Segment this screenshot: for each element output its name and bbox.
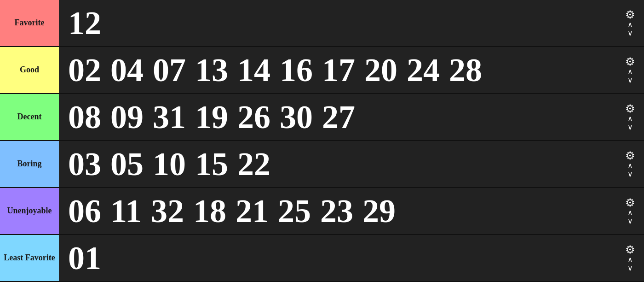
tier-row-least-favorite: Least Favorite01⚙∧∨ xyxy=(0,235,644,282)
tier-item-favorite-0[interactable]: 12 xyxy=(64,6,105,40)
tier-item-unenjoyable-3[interactable]: 18 xyxy=(190,194,230,228)
tier-item-good-2[interactable]: 07 xyxy=(149,53,190,87)
arrow-up-unenjoyable[interactable]: ∧ xyxy=(627,209,633,217)
tier-row-favorite: Favorite12⚙∧∨ xyxy=(0,0,644,47)
gear-icon-favorite[interactable]: ⚙ xyxy=(625,9,635,20)
tier-item-least-favorite-0[interactable]: 01 xyxy=(64,241,105,275)
gear-icon-good[interactable]: ⚙ xyxy=(625,56,635,67)
tier-item-boring-3[interactable]: 15 xyxy=(191,147,232,181)
tier-label-favorite: Favorite xyxy=(0,0,59,46)
arrow-down-boring[interactable]: ∨ xyxy=(627,170,633,178)
tier-row-good: Good02040713141617202428⚙∧∨ xyxy=(0,47,644,94)
tier-item-good-8[interactable]: 24 xyxy=(403,53,443,87)
gear-icon-decent[interactable]: ⚙ xyxy=(625,103,635,114)
tier-item-boring-0[interactable]: 03 xyxy=(64,147,105,181)
tier-item-boring-1[interactable]: 05 xyxy=(107,147,147,181)
tier-item-unenjoyable-6[interactable]: 23 xyxy=(316,194,357,228)
tier-item-decent-3[interactable]: 19 xyxy=(191,100,232,134)
gear-icon-unenjoyable[interactable]: ⚙ xyxy=(625,197,635,208)
tier-item-unenjoyable-4[interactable]: 21 xyxy=(232,194,272,228)
arrow-down-unenjoyable[interactable]: ∨ xyxy=(627,217,633,225)
tier-item-decent-6[interactable]: 27 xyxy=(318,100,359,134)
tier-label-decent: Decent xyxy=(0,94,59,140)
tier-item-good-5[interactable]: 16 xyxy=(276,53,316,87)
tier-item-good-9[interactable]: 28 xyxy=(445,53,486,87)
arrow-up-boring[interactable]: ∧ xyxy=(627,162,633,170)
tier-item-good-1[interactable]: 04 xyxy=(107,53,147,87)
arrow-up-least-favorite[interactable]: ∧ xyxy=(627,256,633,264)
tier-items-favorite: 12 xyxy=(59,0,616,46)
tier-item-unenjoyable-0[interactable]: 06 xyxy=(64,194,105,228)
tier-item-boring-2[interactable]: 10 xyxy=(149,147,190,181)
tier-item-decent-2[interactable]: 31 xyxy=(149,100,190,134)
arrow-down-least-favorite[interactable]: ∨ xyxy=(627,264,633,272)
tier-items-boring: 0305101522 xyxy=(59,141,616,187)
tier-controls-decent: ⚙∧∨ xyxy=(616,94,644,140)
gear-icon-least-favorite[interactable]: ⚙ xyxy=(625,244,635,255)
tier-item-unenjoyable-2[interactable]: 32 xyxy=(147,194,188,228)
tier-controls-good: ⚙∧∨ xyxy=(616,47,644,93)
arrow-down-good[interactable]: ∨ xyxy=(627,76,633,84)
tier-label-good: Good xyxy=(0,47,59,93)
arrow-down-favorite[interactable]: ∨ xyxy=(627,29,633,37)
tier-label-boring: Boring xyxy=(0,141,59,187)
arrow-down-decent[interactable]: ∨ xyxy=(627,123,633,131)
tier-items-unenjoyable: 0611321821252329 xyxy=(59,188,616,234)
tier-row-decent: Decent08093119263027⚙∧∨ xyxy=(0,94,644,141)
tier-items-good: 02040713141617202428 xyxy=(59,47,616,93)
tier-item-decent-0[interactable]: 08 xyxy=(64,100,105,134)
tier-row-unenjoyable: Unenjoyable0611321821252329⚙∧∨ xyxy=(0,188,644,235)
tier-controls-unenjoyable: ⚙∧∨ xyxy=(616,188,644,234)
tier-controls-least-favorite: ⚙∧∨ xyxy=(616,235,644,281)
tier-item-good-3[interactable]: 13 xyxy=(191,53,232,87)
tier-item-decent-1[interactable]: 09 xyxy=(107,100,147,134)
tier-item-good-0[interactable]: 02 xyxy=(64,53,105,87)
tier-item-unenjoyable-5[interactable]: 25 xyxy=(274,194,315,228)
tier-item-good-4[interactable]: 14 xyxy=(234,53,274,87)
tier-item-decent-5[interactable]: 30 xyxy=(276,100,316,134)
gear-icon-boring[interactable]: ⚙ xyxy=(625,150,635,161)
arrow-up-favorite[interactable]: ∧ xyxy=(627,21,633,29)
tier-item-boring-4[interactable]: 22 xyxy=(234,147,274,181)
tier-item-good-7[interactable]: 20 xyxy=(361,53,401,87)
tier-label-least-favorite: Least Favorite xyxy=(0,235,59,281)
tier-controls-boring: ⚙∧∨ xyxy=(616,141,644,187)
arrow-up-good[interactable]: ∧ xyxy=(627,68,633,76)
tier-items-decent: 08093119263027 xyxy=(59,94,616,140)
tier-item-decent-4[interactable]: 26 xyxy=(234,100,274,134)
tier-item-unenjoyable-1[interactable]: 11 xyxy=(107,194,145,228)
tier-items-least-favorite: 01 xyxy=(59,235,616,281)
tier-controls-favorite: ⚙∧∨ xyxy=(616,0,644,46)
tier-item-good-6[interactable]: 17 xyxy=(318,53,359,87)
tier-item-unenjoyable-7[interactable]: 29 xyxy=(359,194,399,228)
tier-list: Favorite12⚙∧∨Good02040713141617202428⚙∧∨… xyxy=(0,0,644,282)
tier-row-boring: Boring0305101522⚙∧∨ xyxy=(0,141,644,188)
tier-label-unenjoyable: Unenjoyable xyxy=(0,188,59,234)
arrow-up-decent[interactable]: ∧ xyxy=(627,115,633,123)
